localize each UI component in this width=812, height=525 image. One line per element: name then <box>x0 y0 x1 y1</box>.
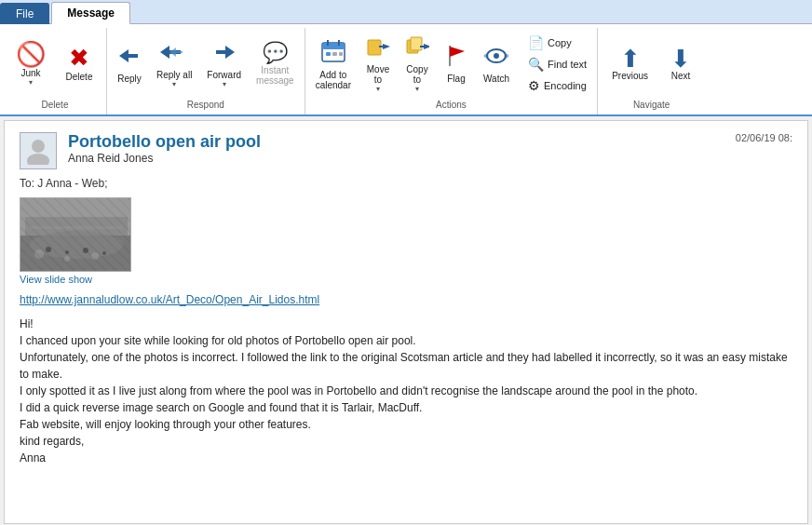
body-line-2: I chanced upon your site while looking f… <box>20 332 792 349</box>
tab-message[interactable]: Message <box>51 2 130 24</box>
move-to-icon <box>366 34 390 62</box>
flag-icon <box>444 44 468 72</box>
next-button[interactable]: ⬇ Next <box>660 40 701 88</box>
delete-icon: ✖ <box>69 46 89 70</box>
forward-label: Forward <box>207 70 241 80</box>
navigate-group-label: Navigate <box>633 100 670 113</box>
copy-stack: 📄 Copy 🔍 Find text ⚙ Encoding <box>521 33 593 96</box>
add-to-calendar-button[interactable]: Add tocalendar <box>309 34 358 95</box>
svg-point-30 <box>34 249 44 259</box>
watch-button[interactable]: Watch <box>477 39 516 88</box>
delete-group-label: Delete <box>42 100 69 113</box>
email-thumbnail <box>20 197 131 272</box>
tab-bar: File Message <box>0 0 812 24</box>
find-text-label: Find text <box>548 59 587 70</box>
email-link[interactable]: http://www.jannaludlow.co.uk/Art_Deco/Op… <box>20 293 792 306</box>
copy-to-button[interactable]: Copyto ▾ <box>399 30 436 98</box>
previous-button[interactable]: ⬆ Previous <box>602 40 658 88</box>
svg-point-31 <box>64 256 70 262</box>
svg-rect-5 <box>322 43 345 49</box>
junk-button[interactable]: 🚫 Junk ▾ <box>7 37 54 91</box>
svg-point-28 <box>30 231 123 259</box>
svg-point-32 <box>91 252 99 260</box>
thumbnail-area: View slide show <box>20 197 792 286</box>
avatar <box>20 132 57 169</box>
svg-marker-3 <box>216 46 235 59</box>
svg-marker-19 <box>450 47 465 57</box>
svg-marker-0 <box>119 49 138 62</box>
svg-point-22 <box>483 54 488 58</box>
svg-point-34 <box>46 247 51 252</box>
flag-button[interactable]: Flag <box>438 39 475 88</box>
email-to: To: J Anna - Web; <box>20 177 792 190</box>
ribbon: 🚫 Junk ▾ ✖ Delete Delete Reply <box>0 24 812 116</box>
move-to-button[interactable]: Moveto ▾ <box>359 30 397 98</box>
previous-icon: ⬆ <box>620 47 641 71</box>
email-header: Portobello open air pool Anna Reid Jones… <box>20 132 792 169</box>
email-date: 02/06/19 08: <box>736 132 792 143</box>
svg-rect-29 <box>30 226 123 229</box>
body-line-4: I only spotted it as I live just along f… <box>20 383 792 399</box>
body-line-1: Hi! <box>20 316 792 332</box>
svg-rect-9 <box>332 52 337 56</box>
forward-icon <box>212 40 237 68</box>
encoding-button[interactable]: ⚙ Encoding <box>521 75 593 96</box>
svg-point-37 <box>102 251 106 255</box>
copy-to-dropdown: ▾ <box>415 85 419 93</box>
junk-dropdown-arrow: ▾ <box>29 78 33 87</box>
svg-rect-10 <box>339 52 343 56</box>
email-sender: Anna Reid Jones <box>68 152 261 165</box>
next-icon: ⬇ <box>670 47 691 71</box>
watch-icon <box>483 44 509 72</box>
svg-rect-27 <box>20 236 131 272</box>
encoding-icon: ⚙ <box>528 78 540 93</box>
reply-icon <box>117 44 142 72</box>
body-line-5: I did a quick reverse image search on Go… <box>20 399 792 416</box>
body-line-6: Fab website, will enjoy looking through … <box>20 416 792 433</box>
actions-group-label: Actions <box>436 100 467 113</box>
junk-icon: 🚫 <box>16 42 46 66</box>
copy-icon: 📄 <box>528 35 544 50</box>
instant-message-icon: 💬 <box>263 43 288 63</box>
svg-rect-11 <box>368 40 381 55</box>
body-line-8: Anna <box>20 450 792 466</box>
delete-label: Delete <box>66 72 93 82</box>
email-body: Hi! I chanced upon your site while looki… <box>20 316 792 466</box>
thumbnail-image <box>20 198 130 271</box>
delete-group-buttons: 🚫 Junk ▾ ✖ Delete <box>7 30 102 98</box>
forward-button[interactable]: Forward ▾ <box>200 35 248 93</box>
ribbon-group-delete: 🚫 Junk ▾ ✖ Delete Delete <box>4 28 107 114</box>
copy-button[interactable]: 📄 Copy <box>521 33 593 53</box>
svg-point-23 <box>504 54 508 58</box>
svg-rect-8 <box>326 52 331 56</box>
move-to-dropdown: ▾ <box>376 85 380 93</box>
tab-file[interactable]: File <box>0 3 49 24</box>
calendar-icon <box>320 38 346 68</box>
ribbon-group-navigate: ⬆ Previous ⬇ Next Navigate <box>598 28 705 114</box>
reply-all-label: Reply all <box>156 70 192 80</box>
find-text-button[interactable]: 🔍 Find text <box>521 54 593 74</box>
reply-button[interactable]: Reply <box>111 39 148 88</box>
svg-point-25 <box>27 154 49 165</box>
respond-group-label: Respond <box>187 100 224 113</box>
email-meta: Portobello open air pool Anna Reid Jones <box>68 132 261 165</box>
copy-to-icon <box>405 34 429 62</box>
add-to-calendar-label: Add tocalendar <box>316 70 351 90</box>
email-subject: Portobello open air pool <box>68 132 261 152</box>
copy-label: Copy <box>548 37 572 48</box>
previous-label: Previous <box>612 71 648 81</box>
actions-group-buttons: Add tocalendar Moveto ▾ <box>309 30 594 98</box>
reply-all-button[interactable]: Reply all ▾ <box>150 35 198 93</box>
tab-message-label: Message <box>67 7 115 20</box>
svg-rect-15 <box>411 37 422 50</box>
flag-label: Flag <box>447 74 465 84</box>
svg-point-24 <box>32 140 45 153</box>
instant-message-button[interactable]: 💬 Instantmessage <box>250 38 301 90</box>
view-slide-show-link[interactable]: View slide show <box>20 274 92 285</box>
find-text-icon: 🔍 <box>528 57 544 72</box>
delete-button[interactable]: ✖ Delete <box>56 41 102 87</box>
reply-all-dropdown: ▾ <box>172 80 176 88</box>
move-to-label: Moveto <box>367 64 389 85</box>
forward-dropdown: ▾ <box>223 80 226 88</box>
tab-file-label: File <box>16 7 34 20</box>
